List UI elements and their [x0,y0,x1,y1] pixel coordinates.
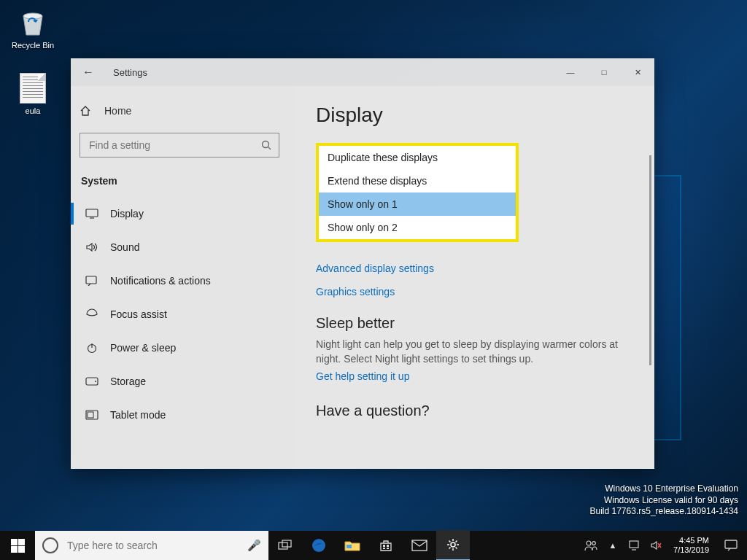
eula-file-label: eula [7,106,58,115]
page-title: Display [316,104,634,127]
sidebar-item-storage[interactable]: Storage [80,365,279,398]
taskbar-search[interactable]: 🎤 [35,531,268,560]
svg-rect-24 [630,541,638,548]
home-icon [80,105,93,117]
sidebar-home[interactable]: Home [80,96,279,125]
svg-point-14 [312,539,325,552]
recycle-bin-shortcut[interactable]: Recycle Bin [7,7,58,50]
settings-app-button[interactable] [436,530,470,560]
sidebar-home-label: Home [104,105,131,117]
svg-rect-12 [279,542,287,549]
taskbar-search-input[interactable] [66,539,222,552]
dropdown-option-selected[interactable]: Show only on 1 [319,192,516,216]
svg-point-23 [592,542,596,545]
svg-rect-3 [86,209,98,217]
content-scrollbar[interactable] [649,155,651,366]
dropdown-option[interactable]: Extend these displays [319,169,516,192]
taskbar: 🎤 ▲ 4:45 PM 7/13/2019 [0,531,747,560]
svg-point-9 [95,381,96,382]
settings-sidebar: Home System Display Sound [71,86,295,469]
sidebar-item-label: Storage [110,376,146,387]
question-heading: Have a question? [316,402,634,419]
sidebar-item-sound[interactable]: Sound [80,230,279,264]
minimize-button[interactable]: — [554,61,587,83]
svg-line-2 [268,147,271,150]
settings-window: ← Settings — □ ✕ Home System [71,58,654,469]
svg-rect-16 [383,545,385,547]
advanced-display-settings-link[interactable]: Advanced display settings [316,262,634,274]
sidebar-item-label: Focus assist [110,308,167,320]
back-button[interactable]: ← [80,66,97,79]
sleep-heading: Sleep better [316,315,634,332]
edge-browser-button[interactable] [302,531,336,560]
network-icon[interactable] [624,531,646,560]
get-help-link[interactable]: Get help setting it up [316,370,634,382]
sidebar-item-label: Sound [110,241,139,253]
action-center-button[interactable] [715,531,747,560]
microsoft-store-button[interactable] [369,531,403,560]
close-button[interactable]: ✕ [621,61,654,83]
svg-point-21 [451,542,455,547]
settings-search-input[interactable] [88,139,251,152]
svg-rect-18 [383,548,385,549]
sleep-better-section: Sleep better Night light can help you ge… [316,315,634,382]
eula-file-shortcut[interactable]: eula [7,73,58,115]
sidebar-item-power-sleep[interactable]: Power & sleep [80,331,279,365]
watermark-line2: Windows License valid for 90 days [590,495,739,507]
task-view-button[interactable] [268,531,302,560]
recycle-bin-label: Recycle Bin [7,41,58,50]
svg-point-1 [263,141,269,148]
settings-search-box[interactable] [80,133,279,158]
mail-app-button[interactable] [403,531,436,560]
power-icon [85,341,98,354]
maximize-button[interactable]: □ [587,61,621,83]
sidebar-item-label: Power & sleep [110,342,176,354]
clock-time: 4:45 PM [673,536,709,545]
windows-evaluation-watermark: Windows 10 Enterprise Evaluation Windows… [590,483,739,518]
sleep-description: Night light can help you get to sleep by… [316,338,634,366]
dropdown-option[interactable]: Duplicate these displays [319,146,516,169]
graphics-settings-link[interactable]: Graphics settings [316,286,634,298]
focus-assist-icon [85,308,98,321]
multiple-displays-dropdown-open[interactable]: Duplicate these displays Extend these di… [316,143,519,242]
svg-rect-19 [387,548,389,549]
windows-logo-icon [11,539,25,553]
sidebar-item-label: Display [110,208,144,219]
window-title: Settings [113,67,147,78]
sidebar-item-tablet-mode[interactable]: Tablet mode [80,398,279,432]
display-icon [85,207,98,220]
tray-chevron-up-icon[interactable]: ▲ [602,531,624,560]
file-explorer-button[interactable] [336,531,369,560]
dropdown-option[interactable]: Show only on 2 [319,216,516,239]
window-titlebar[interactable]: ← Settings — □ ✕ [71,58,654,86]
watermark-line3: Build 17763.rs5_release.180914-1434 [590,506,739,518]
svg-rect-28 [725,540,737,548]
svg-rect-13 [282,540,291,547]
start-button[interactable] [0,531,35,560]
search-icon [261,140,271,150]
settings-content: Display Duplicate these displays Extend … [295,86,654,469]
svg-point-22 [587,541,591,545]
people-icon[interactable] [580,531,602,560]
svg-rect-17 [387,545,389,547]
sound-icon [85,241,98,254]
sidebar-item-focus-assist[interactable]: Focus assist [80,298,279,331]
clock-date: 7/13/2019 [673,545,709,555]
system-tray: ▲ 4:45 PM 7/13/2019 [580,531,747,560]
watermark-line1: Windows 10 Enterprise Evaluation [590,483,739,495]
volume-icon[interactable] [646,531,667,560]
have-a-question-section: Have a question? [316,402,634,419]
storage-icon [85,375,98,388]
sidebar-item-display[interactable]: Display [80,197,279,230]
svg-rect-15 [347,545,352,548]
cortana-icon [42,537,58,553]
tablet-icon [85,408,98,421]
notifications-icon [85,274,98,287]
svg-rect-20 [412,540,427,551]
microphone-icon[interactable]: 🎤 [247,539,261,552]
taskbar-clock[interactable]: 4:45 PM 7/13/2019 [667,536,715,555]
sidebar-item-notifications[interactable]: Notifications & actions [80,264,279,298]
svg-rect-5 [86,276,96,284]
recycle-bin-icon [18,7,48,38]
text-file-icon [18,73,48,104]
